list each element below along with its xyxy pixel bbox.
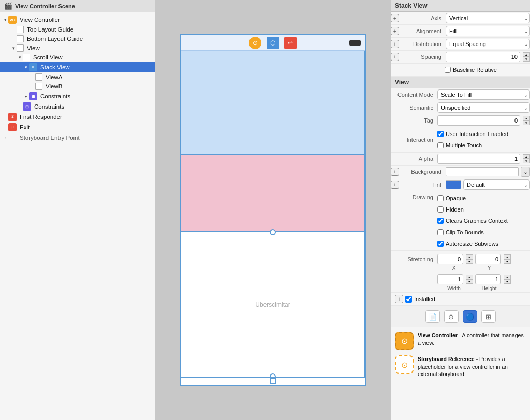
handle-bottom[interactable]	[270, 373, 276, 377]
tag-down[interactable]: ▾	[523, 121, 530, 125]
installed-plus[interactable]: +	[395, 295, 403, 303]
icon-first-responder: ①	[8, 113, 17, 121]
width-down[interactable]: ▾	[466, 279, 473, 284]
tree-item-first-responder[interactable]: ① First Responder	[0, 112, 155, 122]
label-viewB: ViewB	[46, 83, 62, 89]
spacing-up[interactable]: ▴	[523, 52, 530, 57]
opaque-checkbox[interactable]	[437, 195, 444, 201]
spacing-down[interactable]: ▾	[523, 57, 530, 62]
drawing-label: Drawing	[391, 193, 437, 200]
clears-checkbox[interactable]	[437, 218, 444, 224]
stretch-x-up[interactable]: ▴	[466, 254, 473, 259]
multiple-touch-label: Multiple Touch	[446, 142, 482, 148]
label-first-responder: First Responder	[20, 114, 62, 120]
icon-top-layout	[17, 26, 24, 33]
tree-item-constraints1[interactable]: ⊞ Constraints	[0, 91, 155, 101]
spacing-plus[interactable]: +	[391, 53, 399, 61]
icon-constraints1: ⊞	[29, 92, 37, 100]
label-viewA: ViewA	[46, 74, 62, 80]
width-input[interactable]	[437, 274, 463, 284]
alignment-select[interactable]: Fill	[446, 26, 530, 36]
installed-checkbox[interactable]	[405, 296, 412, 303]
opaque-row: Opaque	[437, 193, 508, 203]
distribution-select[interactable]: Equal Spacing	[446, 39, 530, 49]
view-c: Uberscimitar	[181, 232, 365, 377]
stretch-y-up[interactable]: ▴	[504, 254, 511, 259]
height-input[interactable]	[475, 274, 501, 284]
tree-item-storyboard[interactable]: → Storyboard Entry Point	[0, 132, 155, 143]
scene-header: 🎬 View Controller Scene	[0, 0, 155, 12]
stretching-row: Stretching ▴ ▾ ▴ ▾	[391, 253, 530, 265]
toggle-view[interactable]	[10, 45, 17, 51]
axis-plus[interactable]: +	[391, 14, 399, 22]
alignment-select-wrapper: Fill	[446, 26, 530, 36]
stack-view-section-header: Stack View	[391, 0, 530, 12]
height-up[interactable]: ▴	[504, 275, 511, 279]
tree-item-scroll-view[interactable]: Scroll View	[0, 53, 155, 62]
icon-scroll-view	[23, 54, 30, 61]
semantic-select[interactable]: Unspecified	[437, 102, 530, 113]
tree-item-constraints2[interactable]: ⊞ Constraints	[0, 101, 155, 112]
toggle-vc[interactable]	[2, 17, 8, 23]
stretch-x-down[interactable]: ▾	[466, 259, 473, 264]
help-vc-title: View Controller	[418, 332, 458, 338]
tint-swatch[interactable]	[446, 180, 461, 189]
tree-item-top-layout[interactable]: Top Layout Guide	[0, 25, 155, 34]
axis-select[interactable]: Vertical	[446, 13, 530, 23]
tag-input[interactable]	[437, 115, 520, 126]
status-icon-vc: ⊙	[249, 37, 261, 49]
interaction-row: Interaction User Interaction Enabled Mul…	[391, 127, 530, 153]
wh-labels: Width Height	[437, 286, 530, 291]
tab-id[interactable]: ⊙	[444, 310, 459, 323]
tint-plus[interactable]: +	[391, 181, 399, 189]
background-plus[interactable]: +	[391, 168, 399, 176]
clip-checkbox[interactable]	[437, 229, 444, 235]
alpha-down[interactable]: ▾	[523, 159, 530, 163]
stretch-y-down[interactable]: ▾	[504, 259, 511, 264]
handle-top[interactable]	[270, 229, 276, 235]
tag-value: ▴ ▾	[437, 115, 530, 126]
tree-item-viewA[interactable]: ViewA	[0, 72, 155, 82]
tree-item-exit[interactable]: ⏎ Exit	[0, 122, 155, 132]
clears-row: Clears Graphics Context	[437, 216, 508, 226]
help-text-sb: Storyboard Reference - Provides a placeh…	[418, 355, 526, 378]
stretch-y-input[interactable]	[475, 254, 501, 264]
background-dropdown-btn[interactable]: ⌄	[521, 167, 530, 177]
distribution-select-wrapper: Equal Spacing	[446, 39, 530, 49]
alpha-input[interactable]	[437, 154, 520, 164]
user-interaction-checkbox[interactable]	[437, 131, 444, 137]
baseline-checkbox[interactable]	[445, 67, 451, 73]
label-storyboard: Storyboard Entry Point	[20, 134, 80, 141]
phone-frame: ⊙ ⬡ ↩ Uberscimitar	[180, 34, 366, 386]
toggle-constraints1[interactable]	[23, 93, 29, 99]
tree-item-bottom-layout[interactable]: Bottom Layout Guide	[0, 34, 155, 43]
multiple-touch-checkbox[interactable]	[437, 142, 444, 148]
alignment-plus[interactable]: +	[391, 27, 399, 35]
tab-file[interactable]: 📄	[425, 310, 440, 323]
tree-item-view[interactable]: View	[0, 43, 155, 53]
tree-item-viewB[interactable]: ViewB	[0, 82, 155, 91]
status-icon-exit: ↩	[284, 37, 297, 49]
canvas-area: ⊙ ⬡ ↩ Uberscimitar	[155, 0, 390, 420]
alpha-up[interactable]: ▴	[523, 154, 530, 159]
scene-title: View Controller Scene	[15, 3, 75, 9]
tree-item-vc[interactable]: VC View Controller	[0, 14, 155, 25]
content-mode-select[interactable]: Scale To Fill	[437, 89, 530, 100]
autoresize-checkbox[interactable]	[437, 241, 444, 247]
tint-select[interactable]: Default	[463, 179, 530, 190]
tag-up[interactable]: ▴	[523, 116, 530, 121]
toggle-stack-view[interactable]	[23, 64, 29, 70]
background-swatch[interactable]	[446, 167, 519, 176]
stretch-x-input[interactable]	[437, 254, 463, 264]
distribution-plus[interactable]: +	[391, 40, 399, 48]
tab-attributes[interactable]: 🔵	[463, 310, 477, 323]
width-up[interactable]: ▴	[466, 275, 473, 279]
toggle-scroll-view[interactable]	[17, 54, 23, 61]
spacing-input[interactable]	[446, 52, 520, 62]
tree-item-stack-view[interactable]: ≡ Stack View	[0, 62, 155, 72]
tab-size[interactable]: ⊞	[481, 310, 496, 323]
height-down[interactable]: ▾	[504, 279, 511, 284]
hidden-label: Hidden	[446, 206, 464, 213]
alignment-row: + Alignment Fill	[391, 25, 530, 38]
hidden-checkbox[interactable]	[437, 206, 444, 213]
